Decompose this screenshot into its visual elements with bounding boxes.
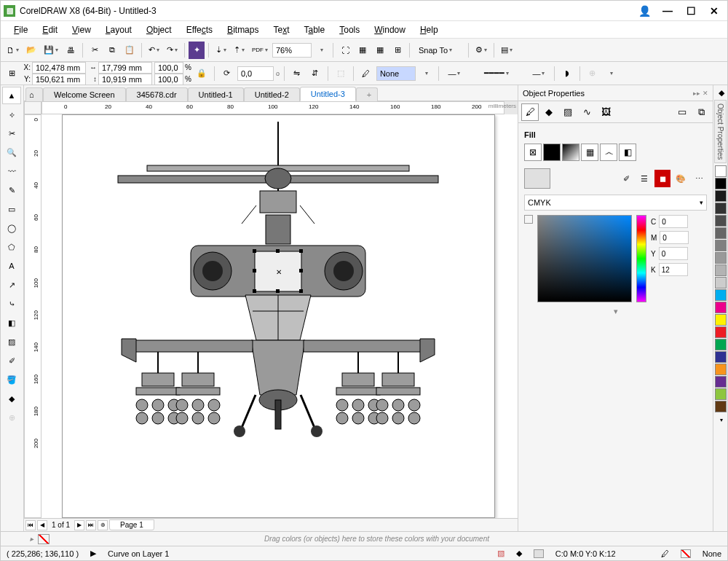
no-color-icon[interactable] bbox=[38, 534, 50, 544]
open-button[interactable]: 📂 bbox=[23, 42, 39, 59]
menu-object[interactable]: Object bbox=[139, 23, 179, 37]
nav-last[interactable]: ⏭ bbox=[86, 520, 96, 530]
ruler-horizontal[interactable]: 020406080100120140160180200 bbox=[41, 101, 505, 114]
menu-help[interactable]: Help bbox=[413, 23, 446, 37]
export-button[interactable]: ⇡ bbox=[231, 42, 248, 59]
tab-file-1[interactable]: 345678.cdr bbox=[126, 87, 188, 101]
tab-fill-icon[interactable]: ◆ bbox=[540, 103, 558, 121]
palette-swatch-13[interactable] bbox=[715, 326, 727, 338]
tab-curve-icon[interactable]: ∿ bbox=[578, 103, 596, 121]
palette-icon[interactable]: 🎨 bbox=[673, 170, 689, 187]
postscript-fill-icon[interactable]: ◧ bbox=[619, 144, 636, 161]
add-button[interactable]: ⊕ bbox=[585, 65, 601, 82]
outline-width-input[interactable] bbox=[376, 66, 416, 81]
panel-collapse-icon[interactable]: ▸▸ ✕ bbox=[693, 90, 708, 97]
palette-swatch-0[interactable] bbox=[715, 165, 727, 177]
menu-layout[interactable]: Layout bbox=[98, 23, 139, 37]
status-fill-icon[interactable]: ◆ bbox=[516, 549, 522, 558]
copy-button[interactable]: ⧉ bbox=[104, 42, 120, 59]
ruler-corner[interactable] bbox=[24, 101, 41, 114]
ellipse-tool[interactable]: ◯ bbox=[2, 219, 21, 237]
menu-bitmaps[interactable]: Bitmaps bbox=[220, 23, 266, 37]
palette-swatch-14[interactable] bbox=[715, 339, 727, 350]
outline-dd[interactable] bbox=[418, 65, 434, 82]
shape-tool[interactable]: ⟡ bbox=[2, 106, 21, 123]
outline-tool[interactable]: ◆ bbox=[2, 390, 21, 407]
colorbar-arrow-icon[interactable]: ▸ bbox=[30, 535, 33, 543]
tab-summary-icon[interactable]: ▭ bbox=[673, 103, 691, 121]
tab-outline-icon[interactable]: 🖊 bbox=[521, 103, 539, 121]
palette-swatch-12[interactable] bbox=[715, 314, 727, 326]
rectangle-tool[interactable]: ▭ bbox=[2, 200, 21, 218]
palette-swatch-2[interactable] bbox=[715, 190, 727, 202]
palette-swatch-8[interactable] bbox=[715, 264, 727, 276]
new-button[interactable]: 🗋 bbox=[4, 42, 22, 59]
menu-window[interactable]: Window bbox=[367, 23, 413, 37]
fill-tool[interactable]: 🪣 bbox=[2, 371, 21, 388]
color-field[interactable] bbox=[537, 215, 632, 302]
rulers-button[interactable]: ▦ bbox=[355, 42, 371, 59]
artistic-tool[interactable]: ✎ bbox=[2, 181, 21, 199]
more-icon[interactable]: ⋯ bbox=[691, 170, 707, 187]
scaley-input[interactable] bbox=[154, 74, 183, 85]
eyedropper-tool[interactable]: ✐ bbox=[2, 352, 21, 369]
palette-swatch-1[interactable] bbox=[715, 178, 727, 189]
m-input[interactable] bbox=[660, 231, 689, 244]
nav-add-page[interactable]: ⊕ bbox=[98, 520, 108, 530]
palette-scroll-down[interactable]: ▾ bbox=[713, 415, 728, 425]
mirror-v-button[interactable]: ⇵ bbox=[307, 65, 323, 82]
palette-swatch-9[interactable] bbox=[715, 277, 727, 289]
status-arrow-icon[interactable]: ▶ bbox=[90, 549, 96, 558]
launcher-button[interactable]: ▤ bbox=[498, 42, 515, 59]
tab-image-icon[interactable]: 🖼 bbox=[597, 103, 614, 121]
document-color-bar[interactable]: ▸ Drag colors (or objects) here to store… bbox=[1, 531, 727, 546]
menu-file[interactable]: File bbox=[7, 23, 35, 37]
nav-prev[interactable]: ◀ bbox=[37, 520, 47, 530]
menu-view[interactable]: View bbox=[65, 23, 98, 37]
maximize-button[interactable]: ☐ bbox=[681, 4, 701, 18]
texture-fill-icon[interactable]: ෴ bbox=[600, 144, 617, 161]
canvas[interactable]: ✕ bbox=[41, 114, 518, 518]
palette-swatch-6[interactable] bbox=[715, 240, 727, 251]
palette-swatch-19[interactable] bbox=[715, 401, 727, 412]
x-input[interactable] bbox=[32, 62, 86, 74]
palette-swatch-16[interactable] bbox=[715, 364, 727, 375]
menu-tools[interactable]: Tools bbox=[332, 23, 367, 37]
freehand-tool[interactable]: 〰 bbox=[2, 162, 21, 180]
c-input[interactable] bbox=[659, 215, 688, 228]
snap-dropdown[interactable]: Snap To bbox=[414, 42, 464, 59]
crop-tool[interactable]: ✂ bbox=[2, 125, 21, 142]
current-fill-swatch[interactable] bbox=[524, 168, 550, 189]
palette-swatch-5[interactable] bbox=[715, 227, 727, 239]
tab-untitled-1[interactable]: Untitled-1 bbox=[188, 87, 244, 101]
y-input[interactable] bbox=[32, 74, 86, 85]
redo-button[interactable]: ↷ bbox=[164, 42, 181, 59]
paste-button[interactable]: 📋 bbox=[122, 42, 138, 59]
lock-ratio-button[interactable]: 🔒 bbox=[194, 65, 210, 82]
palette-swatch-11[interactable] bbox=[715, 302, 727, 313]
more-tools[interactable]: ⊕ bbox=[2, 409, 21, 426]
text-tool[interactable]: A bbox=[2, 257, 21, 275]
tab-untitled-2[interactable]: Untitled-2 bbox=[244, 87, 300, 101]
drawing-helicopter[interactable]: ✕ bbox=[78, 122, 478, 515]
menu-text[interactable]: Text bbox=[266, 23, 296, 37]
menu-table[interactable]: Table bbox=[297, 23, 333, 37]
fountain-fill-icon[interactable] bbox=[562, 144, 579, 161]
hue-slider[interactable] bbox=[636, 215, 646, 302]
tab-add[interactable]: + bbox=[356, 87, 378, 101]
connector-tool[interactable]: ⤷ bbox=[2, 295, 21, 313]
order-button[interactable]: ⬚ bbox=[333, 65, 349, 82]
palette-swatch-3[interactable] bbox=[715, 203, 727, 214]
sliders-icon[interactable]: ☰ bbox=[636, 170, 652, 187]
uniform-fill-icon[interactable] bbox=[543, 144, 561, 161]
import-button[interactable]: ⇣ bbox=[213, 42, 229, 59]
options-button[interactable]: ⚙ bbox=[472, 42, 490, 59]
zoom-tool[interactable]: 🔍 bbox=[2, 144, 21, 161]
status-bitmap-icon[interactable]: ▧ bbox=[497, 549, 505, 558]
rotation-input[interactable] bbox=[237, 66, 274, 81]
color-model-select[interactable]: CMYK bbox=[524, 195, 707, 211]
wrap-text-button[interactable]: ◗ bbox=[559, 65, 575, 82]
pdf-button[interactable]: PDF bbox=[249, 42, 271, 59]
tab-home[interactable]: ⌂ bbox=[25, 87, 43, 101]
add-dd[interactable] bbox=[603, 65, 619, 82]
